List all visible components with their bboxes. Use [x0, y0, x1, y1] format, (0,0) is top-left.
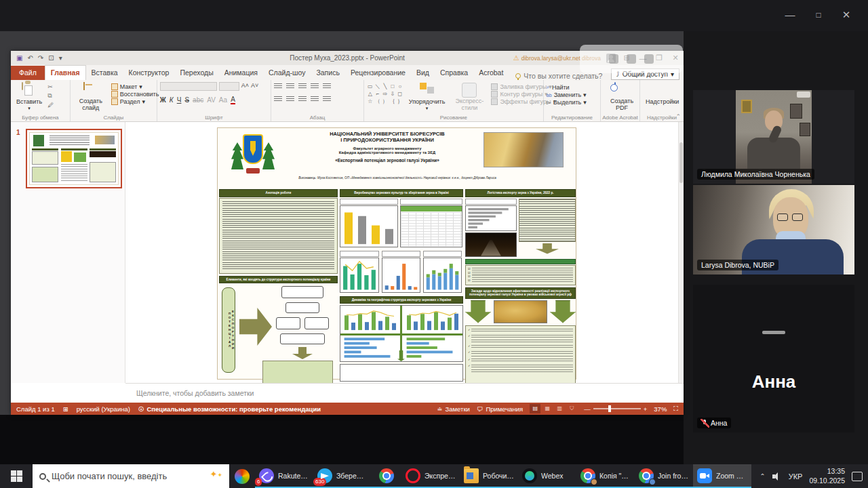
language-switcher[interactable]: УКР: [789, 472, 803, 481]
taskbar-app-opera[interactable]: Экспресс...: [401, 464, 460, 488]
undo-icon[interactable]: ↶: [27, 54, 33, 62]
taskbar-app-viber[interactable]: 6 Rakuten V...: [255, 464, 313, 488]
zoom-out-icon[interactable]: —: [584, 405, 591, 413]
layout-button[interactable]: Макет ▾: [111, 83, 159, 90]
bold-button[interactable]: Ж: [160, 96, 166, 104]
cut-icon[interactable]: ✂: [47, 83, 54, 90]
tab-transitions[interactable]: Переходы: [174, 66, 218, 80]
notes-area[interactable]: Щелкните, чтобы добавить заметки: [125, 383, 684, 403]
align-center-icon[interactable]: [286, 96, 294, 102]
taskbar-app-telegram[interactable]: 630 Збереже...: [313, 464, 372, 488]
tab-home[interactable]: Главная: [45, 65, 86, 80]
tab-view[interactable]: Вид: [411, 66, 435, 80]
taskbar-app-explorer[interactable]: Робочий ...: [460, 464, 518, 488]
slide-sorter-button[interactable]: ▦: [542, 404, 553, 413]
indent-decrease-icon[interactable]: [298, 83, 307, 89]
change-case-button[interactable]: Аа: [219, 96, 227, 104]
participant-tile-3[interactable]: Анна Анна: [693, 285, 854, 432]
indent-increase-icon[interactable]: [311, 83, 319, 89]
tab-slideshow[interactable]: Слайд-шоу: [263, 66, 311, 80]
font-size-combobox[interactable]: [219, 82, 239, 91]
reading-view-button[interactable]: ▥: [554, 404, 565, 413]
align-right-icon[interactable]: [298, 96, 307, 102]
comments-toggle[interactable]: 🗩Примечания: [477, 405, 523, 413]
tab-help[interactable]: Справка: [435, 66, 473, 80]
slideshow-view-button[interactable]: ⛉: [566, 404, 577, 413]
accessibility-status[interactable]: ☉Специальные возможности: проверьте реко…: [138, 405, 321, 413]
taskbar-app-chrome[interactable]: [372, 464, 401, 488]
taskbar-app-zoom[interactable]: Zoom Wo...: [693, 464, 751, 488]
taskbar-app-webex[interactable]: Webex: [518, 464, 576, 488]
zoom-percent[interactable]: 37%: [654, 405, 667, 413]
maximize-icon[interactable]: □: [812, 8, 825, 22]
addins-button[interactable]: Надстройки: [643, 82, 682, 106]
fit-to-window-icon[interactable]: ⛶: [673, 405, 678, 413]
redo-icon[interactable]: ↷: [38, 54, 43, 62]
justify-icon[interactable]: [311, 96, 319, 102]
tab-animations[interactable]: Анимация: [219, 66, 263, 80]
shapes-gallery[interactable]: ▭＼╲□○ △⌐⇨⇩◻ ☆（）｛｝: [367, 82, 403, 105]
strikethrough-button[interactable]: S: [184, 96, 189, 104]
grow-font-icon[interactable]: A˄: [241, 82, 249, 91]
start-button[interactable]: [0, 464, 33, 488]
find-button[interactable]: ⌕Найти: [547, 83, 587, 91]
paste-button[interactable]: Вставить▾: [14, 82, 45, 112]
language-indicator[interactable]: русский (Украина): [77, 405, 130, 413]
tray-chevron-icon[interactable]: ⌃: [760, 472, 765, 480]
slideshow-icon[interactable]: ⊡: [48, 54, 54, 62]
zoom-in-icon[interactable]: +: [644, 405, 648, 413]
copilot-button[interactable]: [229, 464, 255, 488]
align-left-icon[interactable]: [274, 96, 282, 102]
minimize-icon[interactable]: —: [783, 8, 797, 22]
taskbar-app-chrome-profile[interactable]: Копія "П...: [576, 464, 635, 488]
arrange-button[interactable]: Упорядочить▾: [406, 82, 448, 112]
editor-scrollbar[interactable]: [678, 122, 684, 383]
tab-review[interactable]: Рецензирование: [345, 66, 411, 80]
tab-acrobat[interactable]: Acrobat: [473, 66, 509, 80]
zoom-floating-controls[interactable]: [580, 45, 683, 73]
new-slide-button[interactable]: Создать слайд: [73, 82, 108, 113]
shrink-font-icon[interactable]: A˅: [251, 82, 258, 91]
taskbar-search[interactable]: Щоби почати пошук, введіть ✦✦: [33, 464, 229, 488]
zoom-slider[interactable]: — +: [584, 405, 647, 413]
shadow-button[interactable]: abc: [193, 96, 203, 104]
zoom-slider-thumb[interactable]: [608, 405, 611, 412]
columns-icon[interactable]: [323, 96, 331, 102]
taskbar-app-chrome-join[interactable]: Join from ...: [635, 464, 693, 488]
collapse-ribbon-icon[interactable]: ⌃: [675, 113, 681, 120]
underline-button[interactable]: Ч: [177, 96, 182, 104]
bullets-icon[interactable]: [274, 83, 282, 89]
tab-insert[interactable]: Вставка: [86, 66, 123, 80]
notification-center-icon[interactable]: [852, 472, 863, 481]
slide-thumbnail[interactable]: [26, 129, 122, 188]
tab-file[interactable]: Файл: [11, 66, 45, 80]
reset-button[interactable]: Восстановить: [111, 91, 159, 98]
save-icon[interactable]: ▣: [16, 54, 22, 62]
font-color-button[interactable]: А: [231, 96, 235, 104]
volume-icon[interactable]: [772, 472, 782, 481]
normal-view-button[interactable]: ▤: [530, 404, 540, 413]
format-painter-icon[interactable]: 🖉: [47, 102, 54, 108]
close-icon[interactable]: ✕: [840, 8, 853, 22]
select-button[interactable]: ▻Выделить ▾: [547, 99, 587, 106]
participant-tile-1[interactable]: Людмила Миколаївна Чорненька: [693, 90, 854, 184]
replace-button[interactable]: abЗаменить ▾: [547, 92, 587, 98]
copy-icon[interactable]: ⧉: [47, 92, 54, 100]
qat-customize-icon[interactable]: ▾: [59, 54, 62, 62]
quick-styles-button[interactable]: Экспресс-стили: [450, 82, 488, 113]
numbering-icon[interactable]: [286, 83, 294, 89]
principles-arrow-right: [550, 300, 576, 323]
font-name-combobox[interactable]: [160, 82, 217, 91]
section-button[interactable]: Раздел ▾: [111, 98, 159, 105]
tab-design[interactable]: Конструктор: [123, 66, 175, 80]
italic-button[interactable]: К: [170, 96, 174, 104]
clock[interactable]: 13:35 09.10.2025: [809, 467, 845, 485]
slide-editor[interactable]: НАЦІОНАЛЬНИЙ УНІВЕРСИТЕТ БІОРЕСУРСІВІ ПР…: [125, 122, 678, 383]
line-spacing-icon[interactable]: [323, 83, 331, 89]
notes-toggle[interactable]: ≐Заметки: [437, 405, 470, 413]
char-spacing-button[interactable]: AV: [207, 96, 216, 104]
spellcheck-icon[interactable]: ⊞: [63, 405, 68, 413]
participant-tile-2[interactable]: Larysa Dibrova, NUBiP: [693, 185, 854, 274]
tab-record[interactable]: Запись: [311, 66, 344, 80]
create-pdf-button[interactable]: Создать PDF: [604, 82, 640, 113]
